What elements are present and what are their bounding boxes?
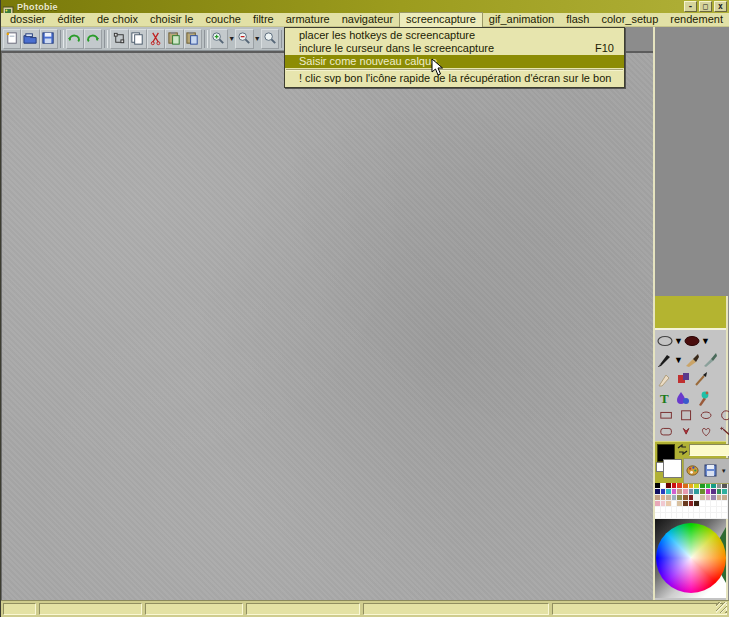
heart-fill-shape[interactable] [679, 426, 694, 439]
status-cell-1 [39, 603, 142, 615]
toolbar-dropdown-caret[interactable]: ▼ [228, 29, 235, 49]
filled-ellipse-tool[interactable] [684, 333, 700, 349]
color-wheel-area [655, 519, 726, 598]
canvas[interactable] [1, 51, 653, 600]
menu-item-clic-svp-bon-l-ic-ne-rapide-de-la-r-cup-[interactable]: ! clic svp bon l'icône rapide de la récu… [285, 72, 624, 85]
status-bar [1, 600, 729, 617]
mouse-cursor [431, 58, 444, 77]
status-cell-3 [246, 603, 360, 615]
toolbar-separator [104, 30, 108, 48]
circle-shape[interactable] [719, 410, 729, 423]
cut-button[interactable] [147, 29, 165, 49]
menu-item-label: Saisir come nouveau calque. [299, 55, 614, 68]
background-color-swatch[interactable] [663, 459, 682, 478]
new-document-button[interactable] [3, 29, 21, 49]
menu-bar: dossieréditerde choixchoisir lecouchefil… [1, 13, 729, 27]
magic-wand-tool[interactable] [719, 426, 729, 439]
airbrush-tool[interactable] [693, 390, 709, 406]
open-button[interactable] [21, 29, 39, 49]
menu-armature[interactable]: armature [280, 13, 336, 26]
quill-pen-tool-caret[interactable]: ▼ [674, 355, 683, 365]
menu-item-label: ! clic svp bon l'icône rapide de la récu… [299, 72, 614, 85]
crop-button[interactable] [110, 29, 128, 49]
heart-outline-shape[interactable] [699, 426, 714, 439]
save-palette-icon[interactable] [704, 464, 717, 479]
menu-de-choix[interactable]: de choix [91, 13, 144, 26]
ellipse-shape[interactable] [699, 410, 714, 423]
menu-flash[interactable]: flash [560, 13, 595, 26]
paste-special-button[interactable] [184, 29, 202, 49]
palette-knife-tool[interactable] [702, 352, 718, 368]
ellipse-selection-tool-caret[interactable]: ▼ [674, 336, 683, 346]
menu-rendement[interactable]: rendement [664, 13, 729, 26]
filled-ellipse-tool-caret[interactable]: ▼ [701, 336, 710, 346]
menu-choisir-le[interactable]: choisir le [144, 13, 199, 26]
tool-panel: ▼▼▼T ▼ [655, 296, 728, 600]
palette-icon[interactable] [686, 464, 699, 479]
paintbrush-tool[interactable] [684, 352, 700, 368]
quill-pen-tool[interactable] [657, 352, 673, 368]
toolbar-dropdown-caret[interactable]: ▼ [254, 29, 261, 49]
menu-item-placer-les-hotkeys-de-screencapture[interactable]: placer les hotkeys de screencapture [285, 29, 624, 42]
color-selector: ▼ [655, 441, 726, 483]
window-controls: - □ x [684, 1, 727, 12]
shapes-grid [655, 407, 726, 441]
rectangle-shape[interactable] [659, 410, 674, 423]
menu-item-shortcut: F10 [587, 42, 614, 55]
zoom-in-button[interactable] [210, 29, 228, 49]
menu-dossier[interactable]: dossier [4, 13, 51, 26]
panel-header [655, 296, 726, 330]
water-drop-tool[interactable] [675, 390, 691, 406]
status-cell-2 [145, 603, 243, 615]
color-wheel[interactable] [656, 523, 726, 593]
menu-item-label: placer les hotkeys de screencapture [299, 29, 614, 42]
menu-item-label: inclure le curseur dans le screencapture [299, 42, 587, 55]
status-cell-5 [552, 603, 727, 615]
fine-brush-tool[interactable] [693, 371, 709, 387]
menu-gif-animation[interactable]: gif_animation [483, 13, 560, 26]
minimize-button[interactable]: - [684, 1, 697, 12]
svg-text:T: T [660, 391, 669, 406]
color-swatch-grid [655, 483, 728, 519]
swap-colors-icon[interactable] [677, 444, 688, 455]
photobie-window: Photobie - □ x dossieréditerde choixchoi… [0, 0, 729, 617]
zoom-button[interactable] [261, 29, 279, 49]
menu-item-saisir-come-nouveau-calque[interactable]: Saisir come nouveau calque. [285, 55, 624, 68]
tools-grid: ▼▼▼T [655, 330, 726, 407]
menu-screencapture[interactable]: screencapture [399, 12, 483, 27]
redo-button[interactable] [84, 29, 102, 49]
rounded-rectangle-shape[interactable] [659, 426, 674, 439]
color-value-field[interactable] [689, 444, 729, 456]
main-area: ▼▼ ▼▼▼T [1, 27, 729, 600]
toolbar: ▼▼ [1, 27, 287, 51]
menu-couche[interactable]: couche [199, 13, 246, 26]
zoom-out-button[interactable] [235, 29, 253, 49]
undo-button[interactable] [66, 29, 84, 49]
text-tool[interactable]: T [657, 390, 673, 406]
palette-options-strip: ▼ [683, 458, 729, 484]
ellipse-selection-tool[interactable] [657, 333, 673, 349]
menu-separator [286, 69, 623, 71]
square-shape[interactable] [679, 410, 694, 423]
screencapture-menu: placer les hotkeys de screencaptureinclu… [284, 27, 625, 88]
window-title: Photobie [17, 2, 684, 12]
soft-feather-tool[interactable] [657, 371, 673, 387]
title-bar[interactable]: Photobie - □ x [1, 0, 729, 13]
status-cell-4 [363, 603, 549, 615]
menu-diter[interactable]: éditer [51, 13, 91, 26]
menu-filtre[interactable]: filtre [247, 13, 280, 26]
close-button[interactable]: x [714, 1, 727, 12]
menu-item-inclure-le-curseur-dans-le-screencapture[interactable]: inclure le curseur dans le screencapture… [285, 42, 624, 55]
menu-color-setup[interactable]: color_setup [595, 13, 664, 26]
copy-button[interactable] [129, 29, 147, 49]
stamp-tool[interactable] [675, 371, 691, 387]
toolbar-separator [60, 30, 64, 48]
status-cell-0 [3, 603, 36, 615]
paste-button[interactable] [165, 29, 183, 49]
maximize-button[interactable]: □ [699, 1, 712, 12]
palette-dropdown-caret[interactable]: ▼ [721, 468, 727, 474]
save-button[interactable] [40, 29, 58, 49]
menu-navigateur[interactable]: navigateur [336, 13, 399, 26]
resize-grip[interactable] [716, 602, 727, 613]
toolbar-separator [204, 30, 208, 48]
